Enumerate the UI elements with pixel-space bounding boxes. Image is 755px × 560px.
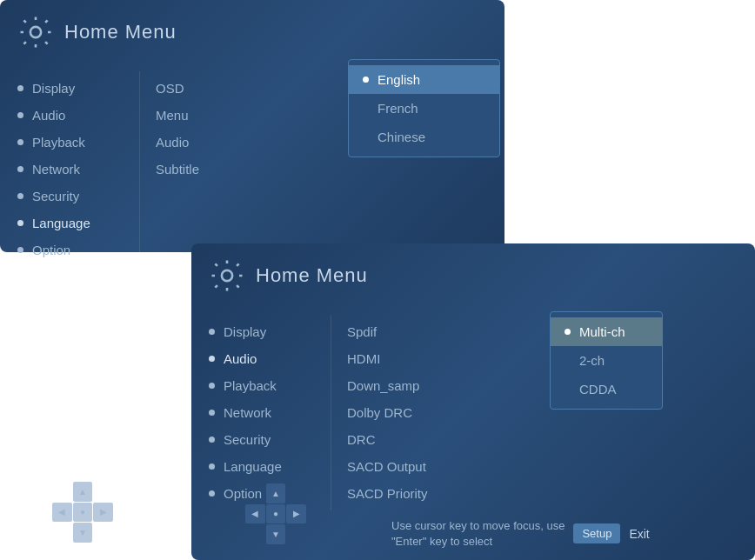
bottom-menu-item-language[interactable]: Language	[191, 453, 331, 480]
dpad-top-up[interactable]: ▲	[73, 482, 93, 502]
dpad-bottom-left[interactable]: ◀	[245, 504, 265, 524]
dpad-top-right[interactable]: ▶	[93, 503, 113, 523]
menu-dot	[17, 193, 23, 199]
bottom-menu-item-network[interactable]: Network	[191, 399, 331, 426]
menu-dot	[209, 490, 215, 497]
bottom-menu-item-security[interactable]: Security	[191, 426, 331, 453]
dpad-top-left[interactable]: ◀	[52, 503, 72, 523]
bottom-panel: Home Menu DisplayAudioPlaybackNetworkSec…	[191, 243, 755, 560]
dpad-bottom-empty4	[286, 524, 306, 544]
dpad-top-empty2	[93, 482, 113, 502]
submenu-item-label: OSD	[156, 81, 184, 96]
audio-channel-panel: Multi-ch2-chCDDA	[550, 311, 663, 410]
audio-channel-dot	[565, 329, 571, 335]
top-submenu-item-menu[interactable]: Menu	[140, 102, 252, 129]
top-menu-item-option[interactable]: Option	[0, 237, 139, 263]
channel-label: Multi-ch	[579, 324, 625, 339]
submenu-item-label: Subtitle	[156, 162, 199, 177]
bottom-audio-item-dolby-drc[interactable]: Dolby DRC	[331, 399, 444, 426]
dpad-bottom-center[interactable]: ●	[266, 504, 286, 524]
channel-item-cdda[interactable]: CDDA	[551, 375, 662, 403]
dpad-top[interactable]: ▲ ◀ ● ▶ ▼	[52, 482, 113, 543]
audio-option-label: SACD Priority	[347, 486, 428, 501]
lang-label: Chinese	[378, 130, 425, 144]
menu-item-label: Audio	[224, 351, 257, 366]
audio-option-label: Down_samp	[347, 378, 419, 393]
lang-dot	[363, 77, 369, 83]
dpad-bottom-empty3	[245, 524, 265, 544]
menu-dot	[17, 112, 23, 118]
language-panel: EnglishFrenchChinese	[348, 59, 500, 157]
status-text: Use cursor key to move focus, use"Enter"…	[391, 518, 565, 550]
menu-item-label: Network	[224, 405, 271, 420]
svg-point-0	[30, 27, 41, 37]
bottom-panel-title: Home Menu	[256, 264, 368, 287]
setup-button[interactable]: Setup	[573, 523, 620, 543]
menu-dot	[17, 220, 23, 226]
menu-dot	[209, 329, 215, 335]
bottom-menu-item-audio[interactable]: Audio	[191, 345, 331, 372]
menu-item-label: Audio	[32, 108, 65, 123]
menu-item-label: Playback	[224, 378, 277, 393]
exit-text[interactable]: Exit	[629, 527, 649, 541]
submenu-item-label: Menu	[156, 108, 189, 123]
bottom-menu-item-display[interactable]: Display	[191, 318, 331, 345]
bottom-audio-item-sacd-output[interactable]: SACD Output	[331, 453, 444, 480]
top-menu-item-audio[interactable]: Audio	[0, 102, 139, 129]
bottom-audio-item-hdmi[interactable]: HDMI	[331, 345, 444, 372]
submenu-item-label: Audio	[156, 135, 189, 150]
dpad-bottom-up[interactable]: ▲	[266, 483, 286, 503]
menu-dot	[209, 437, 215, 443]
top-submenu-item-audio[interactable]: Audio	[140, 129, 252, 156]
lang-item-chinese[interactable]: Chinese	[349, 123, 499, 151]
top-submenu-item-osd[interactable]: OSD	[140, 75, 252, 102]
channel-label: 2-ch	[579, 353, 605, 368]
bottom-audio-item-sacd-priority[interactable]: SACD Priority	[331, 480, 444, 507]
audio-option-label: SACD Output	[347, 459, 426, 474]
menu-item-label: Language	[224, 459, 282, 474]
menu-item-label: Language	[32, 216, 90, 230]
top-menu-item-language[interactable]: Language	[0, 210, 139, 237]
bottom-panel-header: Home Menu	[191, 243, 755, 308]
bottom-audio-item-drc[interactable]: DRC	[331, 426, 444, 453]
bottom-menu-item-playback[interactable]: Playback	[191, 372, 331, 399]
dpad-top-empty4	[93, 523, 113, 543]
lang-item-french[interactable]: French	[349, 94, 499, 123]
menu-item-label: Network	[32, 162, 80, 177]
status-bar: Use cursor key to move focus, use"Enter"…	[391, 518, 746, 550]
menu-dot	[17, 139, 23, 145]
menu-dot	[17, 85, 23, 91]
menu-item-label: Option	[32, 243, 70, 257]
top-menu-item-network[interactable]: Network	[0, 156, 139, 183]
bottom-audio-item-down-samp[interactable]: Down_samp	[331, 372, 444, 399]
menu-item-label: Security	[32, 189, 79, 203]
svg-point-1	[222, 270, 232, 281]
lang-item-english[interactable]: English	[349, 65, 499, 94]
top-menu-item-security[interactable]: Security	[0, 183, 139, 210]
dpad-bottom[interactable]: ▲ ◀ ● ▶ ▼	[245, 483, 306, 544]
top-sidebar-menu: DisplayAudioPlaybackNetworkSecurityLangu…	[0, 71, 139, 267]
channel-item-2-ch[interactable]: 2-ch	[551, 346, 662, 375]
top-panel-header: Home Menu	[0, 0, 504, 64]
dpad-top-down[interactable]: ▼	[73, 523, 93, 543]
top-submenu-item-subtitle[interactable]: Subtitle	[140, 156, 252, 183]
top-menu-item-playback[interactable]: Playback	[0, 129, 139, 156]
lang-dot	[363, 134, 369, 140]
dpad-top-center[interactable]: ●	[73, 503, 93, 523]
dpad-bottom-right[interactable]: ▶	[286, 504, 306, 524]
audio-option-label: HDMI	[347, 351, 380, 366]
dpad-bottom-down[interactable]: ▼	[266, 524, 286, 544]
menu-item-label: Display	[224, 324, 266, 339]
audio-option-label: Spdif	[347, 324, 377, 339]
lang-label: French	[378, 101, 418, 116]
audio-option-label: DRC	[347, 432, 376, 447]
top-menu-item-display[interactable]: Display	[0, 75, 139, 102]
menu-dot	[209, 410, 215, 416]
dpad-bottom-empty2	[286, 483, 306, 503]
bottom-audio-item-spdif[interactable]: Spdif	[331, 318, 444, 345]
audio-option-label: Dolby DRC	[347, 405, 412, 420]
menu-item-label: Playback	[32, 135, 85, 150]
audio-channel-dot	[565, 386, 571, 392]
top-submenu-col: OSDMenuAudioSubtitle	[139, 71, 252, 267]
channel-item-multi-ch[interactable]: Multi-ch	[551, 317, 662, 346]
